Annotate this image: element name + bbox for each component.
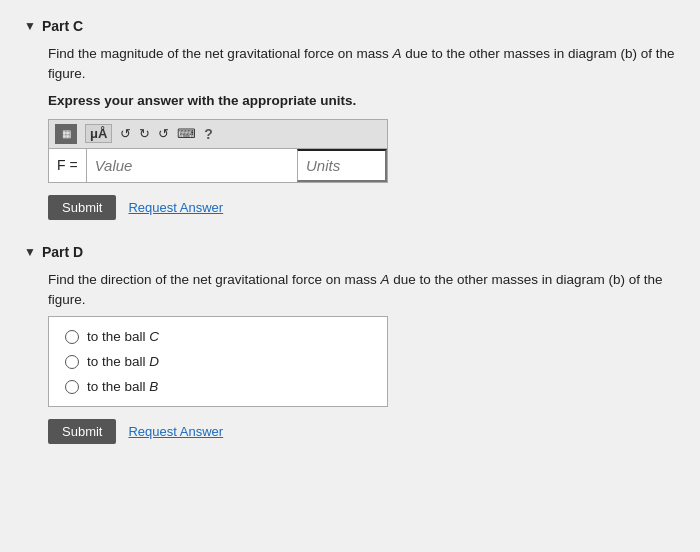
part-d-request-answer[interactable]: Request Answer (128, 424, 223, 439)
part-c-title: Part C (42, 18, 83, 34)
toolbar-keyboard-icon[interactable]: ⌨ (177, 126, 196, 141)
part-c-question: Find the magnitude of the net gravitatio… (48, 44, 676, 85)
part-c-request-answer[interactable]: Request Answer (128, 200, 223, 215)
units-input[interactable] (297, 149, 387, 182)
radio-c-icon[interactable] (65, 330, 79, 344)
toolbar-undo-icon[interactable]: ↺ (120, 126, 131, 141)
part-c-submit-button[interactable]: Submit (48, 195, 116, 220)
toolbar-matrix-btn[interactable]: ▦ (55, 124, 77, 144)
part-c-answer-box: ▦ μÅ ↺ ↻ ↺ ⌨ ? F = (48, 119, 388, 183)
part-d-toggle[interactable]: ▼ (24, 245, 36, 259)
part-c-input-row: F = (49, 149, 387, 182)
part-c-actions: Submit Request Answer (48, 195, 676, 220)
part-d-options-box: to the ball C to the ball D to the ball … (48, 316, 388, 407)
toolbar-redo-icon[interactable]: ↻ (139, 126, 150, 141)
part-c-section: ▼ Part C Find the magnitude of the net g… (24, 18, 676, 220)
part-c-toolbar: ▦ μÅ ↺ ↻ ↺ ⌨ ? (49, 120, 387, 149)
radio-b-icon[interactable] (65, 380, 79, 394)
f-equals-label: F = (49, 149, 87, 182)
value-input[interactable] (87, 149, 297, 182)
part-d-section: ▼ Part D Find the direction of the net g… (24, 244, 676, 445)
part-d-body: Find the direction of the net gravitatio… (48, 270, 676, 445)
toolbar-mu-label[interactable]: μÅ (85, 124, 112, 143)
option-c[interactable]: to the ball C (65, 329, 371, 344)
part-c-header: ▼ Part C (24, 18, 676, 34)
part-c-body: Find the magnitude of the net gravitatio… (48, 44, 676, 220)
part-d-submit-button[interactable]: Submit (48, 419, 116, 444)
part-d-question: Find the direction of the net gravitatio… (48, 270, 676, 311)
toolbar-refresh-icon[interactable]: ↺ (158, 126, 169, 141)
part-c-instruction: Express your answer with the appropriate… (48, 91, 676, 111)
part-d-title: Part D (42, 244, 83, 260)
part-d-actions: Submit Request Answer (48, 419, 676, 444)
part-d-header: ▼ Part D (24, 244, 676, 260)
toolbar-help-icon[interactable]: ? (204, 126, 213, 142)
radio-d-icon[interactable] (65, 355, 79, 369)
part-c-toggle[interactable]: ▼ (24, 19, 36, 33)
option-d[interactable]: to the ball D (65, 354, 371, 369)
option-b[interactable]: to the ball B (65, 379, 371, 394)
